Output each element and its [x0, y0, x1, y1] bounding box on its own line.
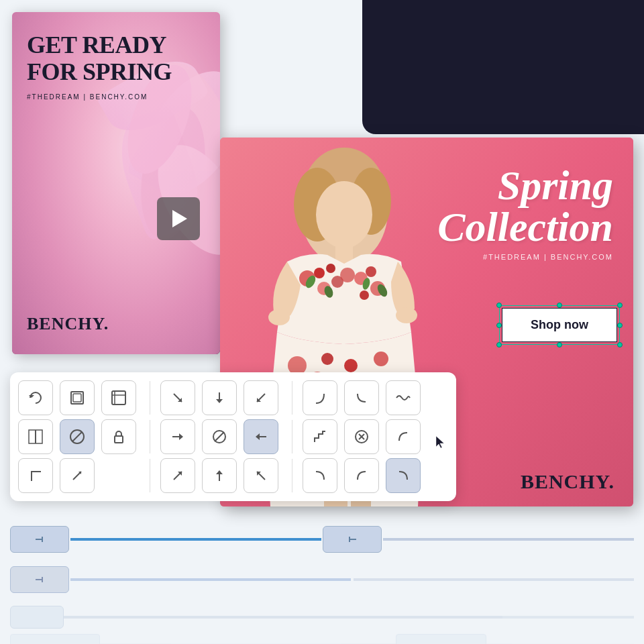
- card-left-title-line1: GET READY: [27, 32, 172, 59]
- icon-arrow-up[interactable]: [202, 458, 237, 493]
- handle-bottom-right[interactable]: [617, 342, 623, 347]
- svg-marker-54: [179, 433, 183, 440]
- icon-lock[interactable]: [101, 419, 136, 454]
- svg-point-26: [321, 353, 333, 365]
- slider-handle-right-4[interactable]: [396, 634, 486, 644]
- svg-point-30: [374, 352, 388, 366]
- divider-6: [292, 459, 292, 492]
- handle-middle-left[interactable]: [496, 323, 502, 328]
- slider-row-2: [10, 565, 634, 594]
- card-left-title-line2: FOR SPRING: [27, 59, 172, 86]
- card-right-subtitle: #THEDREAM | BENCHY.COM: [432, 253, 613, 261]
- card-left-brand: BENCHY.: [27, 314, 109, 334]
- shop-now-wrapper: Shop now: [499, 305, 620, 345]
- svg-line-51: [72, 432, 82, 441]
- svg-line-56: [215, 432, 224, 441]
- slider-track-3: [64, 616, 502, 619]
- collection-title-line2: Collection: [432, 206, 613, 248]
- svg-point-34: [268, 309, 290, 325]
- svg-point-19: [360, 290, 369, 300]
- svg-point-11: [314, 268, 325, 278]
- icon-arrow-ne[interactable]: [160, 458, 195, 493]
- cursor: [435, 435, 448, 451]
- icon-arrow-down[interactable]: [202, 380, 237, 415]
- handle-top-left[interactable]: [496, 303, 502, 308]
- play-button[interactable]: [157, 197, 200, 240]
- icon-circle-slash[interactable]: [202, 419, 237, 454]
- icon-arrow-right[interactable]: [160, 419, 195, 454]
- svg-point-28: [344, 359, 358, 372]
- svg-point-8: [316, 181, 372, 248]
- divider-3: [150, 420, 150, 453]
- handle-top-middle[interactable]: [557, 303, 562, 308]
- icon-arrow-left[interactable]: [244, 419, 278, 454]
- shop-now-button[interactable]: Shop now: [502, 308, 617, 342]
- icon-curve-active[interactable]: [386, 458, 421, 493]
- svg-point-35: [396, 307, 417, 323]
- icon-crop-alt[interactable]: [101, 380, 136, 415]
- svg-rect-52: [115, 436, 123, 443]
- slider-track-right-3: [502, 616, 634, 619]
- handle-top-right[interactable]: [617, 303, 623, 308]
- dark-corner: [362, 0, 644, 134]
- icon-arc[interactable]: [386, 419, 421, 454]
- icon-curve-br[interactable]: [303, 458, 337, 493]
- slider-track-right-2: [354, 578, 634, 581]
- slider-handle-left-2[interactable]: [10, 566, 69, 593]
- icon-curve-right[interactable]: [303, 380, 337, 415]
- slider-handle-left-4[interactable]: [10, 634, 100, 644]
- divider-5: [150, 459, 150, 492]
- icon-wave[interactable]: [386, 380, 421, 415]
- svg-rect-39: [112, 391, 125, 405]
- card-right-brand: BENCHY.: [521, 470, 614, 493]
- slider-track-1[interactable]: [70, 538, 321, 541]
- icon-crop[interactable]: [60, 380, 95, 415]
- slider-handle-right-1[interactable]: [323, 526, 382, 553]
- svg-marker-58: [256, 433, 260, 440]
- icon-panel: [10, 372, 456, 501]
- icon-curve-topleft[interactable]: [344, 380, 379, 415]
- svg-point-15: [340, 268, 355, 282]
- svg-marker-67: [216, 470, 223, 474]
- icon-rotate[interactable]: [18, 380, 53, 415]
- slider-track-right-1: [383, 538, 634, 541]
- divider-4: [292, 420, 292, 453]
- icon-stairs[interactable]: [303, 419, 337, 454]
- shop-now-selection: Shop now: [499, 305, 620, 345]
- slider-handle-left-1[interactable]: [10, 526, 69, 553]
- icon-arrow-sw[interactable]: [244, 380, 278, 415]
- icon-flip[interactable]: [18, 419, 53, 454]
- slider-track-2[interactable]: [70, 578, 351, 581]
- svg-point-14: [326, 264, 335, 273]
- svg-rect-38: [73, 394, 81, 402]
- card-left: GET READY FOR SPRING #THEDREAM | BENCHY.…: [12, 12, 220, 354]
- divider-2: [292, 381, 292, 415]
- card-left-text-block: GET READY FOR SPRING #THEDREAM | BENCHY.…: [27, 32, 172, 101]
- handle-bottom-left[interactable]: [496, 342, 502, 347]
- slider-row-4: [10, 632, 634, 644]
- slider-handle-left-3[interactable]: [10, 606, 64, 629]
- card-right-content: Spring Collection #THEDREAM | BENCHY.COM: [432, 164, 613, 261]
- play-icon: [172, 210, 187, 227]
- icon-block[interactable]: [60, 419, 95, 454]
- collection-title-line1: Spring: [432, 164, 613, 206]
- icon-circle-x[interactable]: [344, 419, 379, 454]
- slider-row-1: [10, 525, 634, 554]
- handle-bottom-middle[interactable]: [557, 342, 562, 347]
- handle-middle-right[interactable]: [617, 323, 623, 328]
- icon-diagonal-arrow[interactable]: [60, 458, 95, 493]
- divider-1: [150, 381, 150, 415]
- timeline-area: [10, 525, 634, 644]
- slider-row-3: [10, 605, 634, 629]
- svg-marker-45: [216, 399, 223, 403]
- card-left-subtitle: #THEDREAM | BENCHY.COM: [27, 93, 172, 101]
- icon-arrow-se[interactable]: [160, 380, 195, 415]
- icon-curve-bl[interactable]: [344, 458, 379, 493]
- icon-square-corner[interactable]: [18, 458, 53, 493]
- icon-arrow-nw[interactable]: [244, 458, 278, 493]
- svg-point-17: [366, 266, 376, 277]
